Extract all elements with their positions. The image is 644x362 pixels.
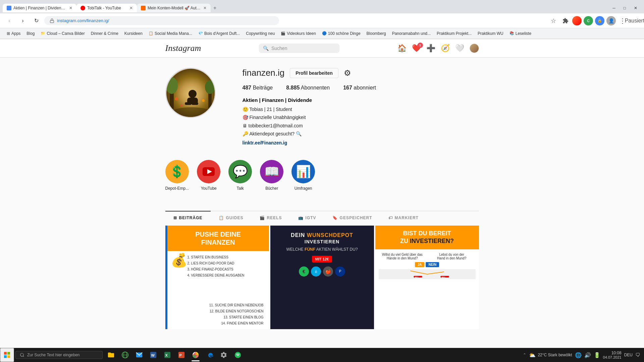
bio-line-1: 🙂 Tobias | 21 | Student [243, 106, 479, 113]
tab-2-close[interactable]: ✕ [129, 6, 133, 10]
profile-nav-button[interactable] [470, 44, 479, 53]
browser-tab-1[interactable]: Aktien | Finanzen | Dividende (@... ✕ [3, 4, 76, 12]
bio: Aktien | Finanzen | Dividende 🙂 Tobias |… [243, 96, 479, 146]
bookmark-panoramabahn[interactable]: Panoramabahn und... [389, 30, 433, 37]
bookmark-100dinge[interactable]: 🔵 100 schöne Dinge [319, 30, 363, 37]
minimize-button[interactable]: ─ [608, 3, 620, 13]
main-scroll-area[interactable]: Instagram 🔍 🏠 ❤️ 1 ➕ [0, 39, 644, 348]
notification-badge: 1 [418, 43, 423, 48]
post-item-2[interactable]: DEIN WUNSCHDEPOT INVESTIEREN WELCHE FÜNF… [270, 226, 374, 329]
new-tab-button[interactable]: + [211, 4, 219, 12]
notifications-button[interactable]: ❤️ 1 [412, 44, 421, 53]
profile-avatar [165, 68, 216, 118]
taskbar-app-2[interactable] [118, 348, 132, 362]
taskbar-app-4[interactable]: W [146, 348, 160, 362]
post3-ja-badge: JA [415, 262, 425, 267]
forward-button[interactable]: › [17, 15, 28, 26]
highlight-depot[interactable]: 💲 Depot-Emp... [165, 160, 189, 191]
tab-guides[interactable]: 📋 GUIDES [211, 211, 252, 224]
bookmark-dinner[interactable]: Dinner & Crime [88, 30, 121, 37]
bookmarks-star-button[interactable]: ☆ [548, 15, 559, 26]
highlight-talk[interactable]: 💬 Talk [228, 160, 252, 191]
taskbar-search-button[interactable]: Zur Suche Text hier eingeben [15, 351, 103, 359]
edge-icon [206, 351, 213, 359]
notification-center-icon[interactable]: 🗨 [635, 352, 640, 358]
bio-link[interactable]: linktr.ee/Finanzen.ig [243, 140, 287, 145]
highlight-umfragen[interactable]: 📊 Umfragen [291, 160, 315, 191]
post1-list-item-1: 1. STARTE EIN BUSINESS [187, 254, 264, 260]
taskbar-app-chrome[interactable] [189, 348, 203, 362]
browser-tab-3[interactable]: Mein Konten-Modell 🚀 Automa... ✕ [137, 4, 211, 12]
depot-highlight-circle: 💲 [165, 160, 189, 183]
settings-icon[interactable]: ⚙ [344, 68, 351, 78]
compass-icon: 🧭 [441, 44, 450, 52]
tab-2-title: TobiTalk - YouTube [87, 6, 127, 10]
back-button[interactable]: ‹ [4, 15, 15, 26]
post3-title: BIST DU BEREITZU INVESTIEREN? [379, 230, 475, 245]
taskbar-app-5[interactable]: X [160, 348, 174, 362]
close-button[interactable]: ✕ [630, 3, 641, 13]
bookmark-leseliste[interactable]: 📚 Leseliste [507, 30, 534, 37]
tab-markiert[interactable]: 🏷 MARKIERT [380, 211, 427, 224]
tab-3-close[interactable]: ✕ [203, 6, 207, 10]
browser-actions: ☆ C 🔒 👤 ⋮ Pausiert [548, 15, 640, 26]
chart-svg: NEU NEU [379, 269, 476, 279]
search-box[interactable]: 🔍 [259, 44, 339, 53]
add-icon: ➕ [426, 44, 435, 52]
tab-igtv[interactable]: 📺 IGTV [290, 211, 324, 224]
extensions-button[interactable] [560, 15, 571, 26]
bookmark-kursideen[interactable]: Kursideen [122, 30, 145, 37]
bookmark-copywriting[interactable]: Copywriting neu [243, 30, 277, 37]
reload-button[interactable]: ↻ [31, 15, 42, 26]
umfragen-highlight-circle: 📊 [291, 160, 315, 183]
post-item-3[interactable]: BIST DU BEREITZU INVESTIEREN? Willst du … [375, 226, 479, 329]
tab-beitraege[interactable]: ⊞ BEITRÄGE [165, 211, 211, 224]
taskbar-file-explorer[interactable] [104, 348, 118, 362]
pause-button[interactable]: Pausiert [629, 15, 640, 26]
tab-1-close[interactable]: ✕ [69, 6, 72, 10]
explore-button[interactable]: 🧭 [441, 44, 450, 53]
post-item-1[interactable]: PUSHE DEINE FINANZEN 💰 1. STARTE EIN BUS… [165, 226, 269, 329]
bookmark-videokurs[interactable]: 🎬 Videokurs Ideen [278, 30, 319, 37]
highlight-bucher[interactable]: 📖 Bücher [260, 160, 283, 191]
url-bar[interactable]: instagram.com/finanzen.ig/ [44, 16, 279, 25]
clock-display[interactable]: 10:08 04.07.2021 [603, 351, 622, 359]
tab-gespeichert[interactable]: 🔖 GESPEICHERT [324, 211, 380, 224]
svg-point-11 [175, 97, 178, 101]
taskbar-app-settings[interactable] [217, 348, 231, 362]
volume-icon[interactable]: 🔊 [584, 352, 591, 358]
start-button[interactable] [0, 348, 14, 362]
bookmark-icon: 🔖 [332, 216, 338, 220]
maximize-button[interactable]: □ [620, 3, 630, 13]
home-nav-button[interactable]: 🏠 [397, 44, 407, 53]
chevron-up-icon[interactable]: ⌃ [523, 353, 526, 357]
svg-text:P: P [179, 353, 182, 357]
highlight-youtube[interactable]: YouTube [197, 160, 220, 191]
tab-reels[interactable]: 🎬 REELS [252, 211, 290, 224]
taskbar-app-spotify[interactable] [231, 348, 245, 362]
bookmark-cloud[interactable]: 📁 Cloud – Canva Bilder [38, 30, 87, 37]
svg-text:X: X [165, 353, 168, 357]
cloud-icon: ⛅ [529, 352, 536, 358]
bookmark-social-media[interactable]: 📋 Social Media Mana... [146, 30, 195, 37]
search-input[interactable] [271, 46, 335, 51]
bookmark-bloomberg[interactable]: Bloomberg [364, 30, 389, 37]
bookmark-bois[interactable]: 💎 Bois d'Argent Duft... [196, 30, 243, 37]
post3-chart: NEU NEU [379, 269, 476, 279]
bookmark-praktikum[interactable]: Praktikum Projekt... [434, 30, 474, 37]
add-post-button[interactable]: ➕ [426, 44, 435, 53]
bookmark-blog[interactable]: Blog [24, 30, 37, 37]
bookmark-apps[interactable]: ⊞ Apps [4, 30, 23, 37]
browser-tab-2[interactable]: TobiTalk - YouTube ✕ [76, 4, 137, 12]
taskbar-app-6[interactable]: P [174, 348, 189, 362]
post1-body: 💰 1. STARTE EIN BUSINESS 2. LIES RICH DA… [165, 251, 269, 301]
edit-profile-button[interactable]: Profil bearbeiten [290, 68, 338, 78]
taskbar-app-3[interactable] [132, 348, 146, 362]
taskbar-app-edge[interactable] [203, 348, 217, 362]
favorites-button[interactable]: 🤍 [455, 44, 464, 53]
instagram-nav: Instagram 🔍 🏠 ❤️ 1 ➕ [159, 39, 486, 57]
network-icon[interactable]: 🌐 [575, 352, 582, 358]
bookmark-praktikum-wu[interactable]: Praktikum WU [475, 30, 506, 37]
clock-time: 10:08 [611, 351, 622, 355]
tab-bar: Aktien | Finanzen | Dividende (@... ✕ To… [0, 0, 644, 13]
